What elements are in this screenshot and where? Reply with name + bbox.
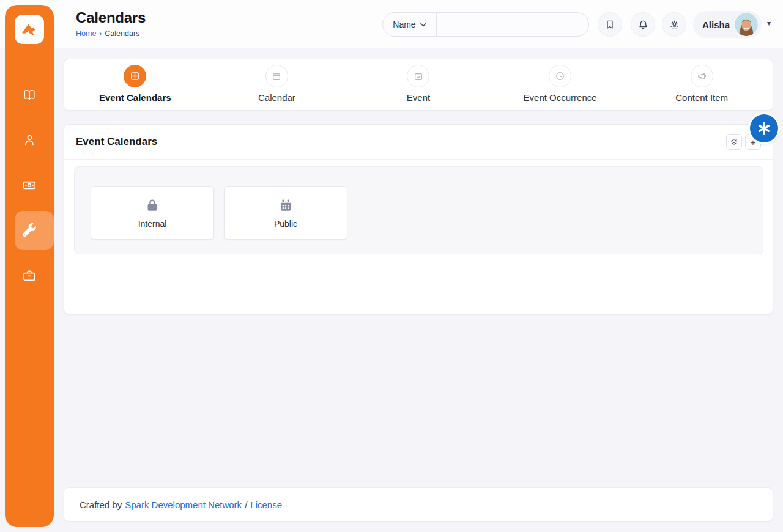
calendar-list: Internal Public — [74, 166, 763, 254]
step-label: Event — [407, 92, 430, 103]
bookmark-icon — [604, 19, 615, 30]
gear-icon — [730, 138, 738, 146]
smart-search: Name — [382, 12, 589, 37]
calendar-solid-icon — [278, 198, 294, 213]
breadcrumb-separator: › — [99, 29, 102, 38]
step-event[interactable]: Event — [347, 59, 489, 110]
step-label: Calendar — [258, 92, 295, 103]
calendar-card-label: Public — [274, 219, 297, 229]
step-circle — [549, 65, 571, 87]
step-label: Event Occurrence — [524, 92, 597, 103]
footer: Crafted by Spark Development Network / L… — [64, 487, 773, 522]
calendar-icon — [272, 72, 281, 81]
theme-toggle-button[interactable] — [662, 12, 686, 37]
step-event-calendars[interactable]: Event Calendars — [64, 59, 206, 110]
bell-icon — [637, 19, 649, 31]
breadcrumb: Home › Calendars — [76, 29, 139, 38]
person-icon — [22, 133, 37, 147]
step-label: Event Calendars — [99, 92, 171, 103]
calendar-card-internal[interactable]: Internal — [91, 186, 214, 240]
shortcuts-badge[interactable] — [750, 114, 778, 142]
search-input[interactable] — [437, 13, 588, 36]
rock-logo[interactable] — [15, 15, 44, 44]
megaphone-icon — [697, 71, 707, 81]
grid-icon — [130, 71, 140, 81]
notifications-button[interactable] — [631, 12, 655, 37]
footer-prefix: Crafted by — [80, 500, 122, 510]
step-content-item[interactable]: Content Item — [631, 59, 773, 110]
calendar-card-public[interactable]: Public — [224, 186, 347, 240]
lock-icon — [144, 198, 160, 213]
calendar-check-icon — [414, 72, 423, 81]
chevron-down-icon — [420, 23, 426, 27]
book-open-icon — [22, 87, 37, 102]
panel-title: Event Calendars — [76, 136, 157, 148]
briefcase-icon — [22, 268, 37, 283]
event-wizard-steps: Event Calendars Calendar Event Event Occ… — [64, 59, 773, 111]
spark-network-link[interactable]: Spark Development Network — [125, 500, 242, 510]
calendars-page: Calendars Home › Calendars Name Alisha ▾ — [0, 0, 783, 532]
asterisk-icon — [757, 121, 771, 136]
clock-icon — [555, 71, 565, 81]
step-calendar[interactable]: Calendar — [206, 59, 348, 110]
search-filter-label: Name — [393, 20, 415, 29]
user-menu[interactable]: Alisha — [693, 11, 762, 38]
user-menu-caret-icon[interactable]: ▾ — [767, 19, 771, 28]
sidebar-item-tools[interactable] — [22, 223, 37, 238]
license-link[interactable]: License — [250, 500, 282, 510]
avatar — [735, 13, 758, 36]
page-title: Calendars — [76, 9, 146, 26]
step-circle — [407, 65, 429, 87]
sidebar-item-admin[interactable] — [22, 268, 37, 283]
footer-separator: / — [245, 500, 247, 510]
event-calendars-panel: Event Calendars + Internal Public — [64, 124, 773, 314]
step-circle — [691, 65, 713, 87]
panel-header: Event Calendars + — [64, 125, 773, 160]
step-label: Content Item — [675, 92, 728, 103]
step-circle — [124, 65, 146, 87]
money-bill-icon — [22, 178, 37, 193]
sidebar-item-cms[interactable] — [22, 87, 37, 102]
step-circle — [265, 65, 288, 87]
sidebar-item-finance[interactable] — [22, 178, 37, 193]
panel-settings-button[interactable] — [726, 134, 742, 150]
bookmarks-button[interactable] — [598, 12, 622, 37]
sidebar — [5, 5, 54, 527]
calendar-card-label: Internal — [138, 219, 167, 229]
user-name: Alisha — [702, 20, 730, 30]
breadcrumb-home-link[interactable]: Home — [76, 29, 96, 38]
sidebar-item-people[interactable] — [22, 133, 37, 147]
wrench-icon — [22, 223, 36, 237]
search-filter-dropdown[interactable]: Name — [383, 13, 437, 36]
sun-haze-icon — [669, 19, 680, 31]
step-event-occurrence[interactable]: Event Occurrence — [489, 59, 631, 110]
breadcrumb-current: Calendars — [105, 29, 139, 38]
